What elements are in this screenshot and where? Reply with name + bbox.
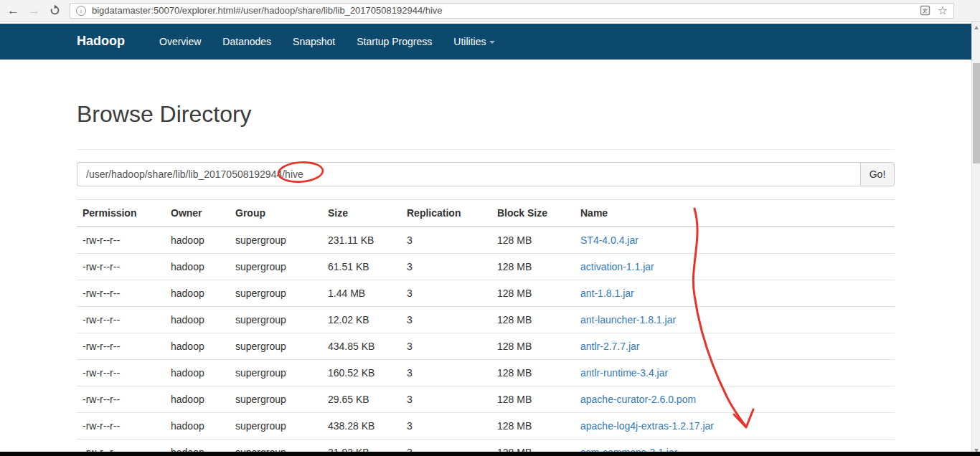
col-header-replication: Replication [401,200,491,227]
cell-group: supergroup [230,333,322,360]
cell-size: 231.11 KB [322,227,401,254]
brand-hadoop[interactable]: Hadoop [77,34,125,49]
file-link[interactable]: antlr-runtime-3.4.jar [580,367,668,379]
cell-block_size: 128 MB [491,307,575,333]
nav-item-snapshot[interactable]: Snapshot [282,25,346,58]
table-row: -rw-r--r--hadoopsupergroup438.28 KB3128 … [77,413,895,440]
browser-chrome: ← → i bigdatamaster:50070/explorer.html#… [0,0,980,22]
nav-item-startup-progress[interactable]: Startup Progress [346,25,443,58]
cell-name: apache-log4j-extras-1.2.17.jar [575,413,895,440]
info-icon[interactable]: i [76,6,86,16]
cell-owner: hadoop [165,227,230,254]
go-button[interactable]: Go! [860,162,895,186]
translate-icon[interactable] [920,5,930,16]
cell-block_size: 128 MB [491,360,575,386]
explorer-page: Browse Directory Go! Permission Owner Gr… [0,60,971,456]
cell-replication: 3 [401,227,491,254]
cell-size: 434.85 KB [322,333,401,360]
cell-permission: -rw-r--r-- [77,413,165,440]
cell-replication: 3 [401,360,491,386]
cell-block_size: 128 MB [491,333,575,360]
nav-item-utilities[interactable]: Utilities [443,25,506,58]
page-header: Browse Directory [77,101,895,150]
cell-block_size: 128 MB [491,254,575,280]
cell-owner: hadoop [165,280,230,307]
cell-group: supergroup [230,254,322,280]
cell-name: activation-1.1.jar [575,254,895,280]
table-row: -rw-r--r--hadoopsupergroup1.44 MB3128 MB… [77,280,895,307]
cell-permission: -rw-r--r-- [77,227,165,254]
url-text: bigdatamaster:50070/explorer.html#/user/… [92,5,914,16]
col-header-owner: Owner [165,200,230,227]
cell-name: ant-launcher-1.8.1.jar [575,307,895,333]
cell-group: supergroup [230,307,322,333]
cell-replication: 3 [401,333,491,360]
file-link[interactable]: apache-log4j-extras-1.2.17.jar [580,420,714,432]
cell-owner: hadoop [165,360,230,386]
file-link[interactable]: activation-1.1.jar [580,261,654,272]
cell-group: supergroup [230,227,322,254]
cell-permission: -rw-r--r-- [77,254,165,280]
col-header-name: Name [575,200,895,227]
cell-name: ant-1.8.1.jar [575,280,895,307]
cell-permission: -rw-r--r-- [77,386,165,413]
cell-replication: 3 [401,386,491,413]
cell-size: 29.65 KB [322,386,401,413]
table-row: -rw-r--r--hadoopsupergroup434.85 KB3128 … [77,333,895,360]
address-bar[interactable]: i bigdatamaster:50070/explorer.html#/use… [70,3,954,19]
forward-icon[interactable]: → [28,4,40,16]
cell-permission: -rw-r--r-- [77,333,165,360]
table-row: -rw-r--r--hadoopsupergroup160.52 KB3128 … [77,360,895,386]
nav-item-overview[interactable]: Overview [149,25,212,58]
browser-nav-buttons: ← → [0,4,70,16]
cell-size: 61.51 KB [322,254,401,280]
chevron-down-icon [489,41,495,44]
directory-path-input[interactable] [77,162,860,186]
navbar-links: Overview Datanodes Snapshot Startup Prog… [149,24,506,59]
nav-item-datanodes[interactable]: Datanodes [212,25,282,58]
bookmark-star-icon[interactable]: ☆ [938,5,948,16]
cell-block_size: 128 MB [491,386,575,413]
cell-owner: hadoop [165,333,230,360]
file-link[interactable]: apache-curator-2.6.0.pom [580,394,696,405]
reload-icon[interactable] [49,4,61,16]
cell-replication: 3 [401,254,491,280]
vertical-scrollbar[interactable] [971,22,980,456]
table-header-row: Permission Owner Group Size Replication … [77,200,895,227]
file-listing-table: Permission Owner Group Size Replication … [77,199,895,456]
col-header-group: Group [230,200,322,227]
cell-replication: 3 [401,413,491,440]
cell-size: 160.52 KB [322,360,401,386]
cell-name: antlr-runtime-3.4.jar [575,360,895,386]
cell-replication: 3 [401,307,491,333]
cell-block_size: 128 MB [491,227,575,254]
table-row: -rw-r--r--hadoopsupergroup231.11 KB3128 … [77,227,895,254]
page-title: Browse Directory [77,101,895,128]
file-table-body: -rw-r--r--hadoopsupergroup231.11 KB3128 … [77,227,895,456]
cell-permission: -rw-r--r-- [77,360,165,386]
cell-name: ST4-4.0.4.jar [575,227,895,254]
cell-name: apache-curator-2.6.0.pom [575,386,895,413]
back-icon[interactable]: ← [7,4,19,16]
col-header-permission: Permission [77,200,165,227]
cell-owner: hadoop [165,307,230,333]
table-row: -rw-r--r--hadoopsupergroup29.65 KB3128 M… [77,386,895,413]
cell-owner: hadoop [165,254,230,280]
cell-permission: -rw-r--r-- [77,280,165,307]
cell-block_size: 128 MB [491,280,575,307]
path-form: Go! [77,162,895,186]
file-link[interactable]: ST4-4.0.4.jar [580,234,639,246]
cell-size: 1.44 MB [322,280,401,307]
file-link[interactable]: ant-1.8.1.jar [580,288,634,299]
file-link[interactable]: antlr-2.7.7.jar [580,341,639,352]
cell-replication: 3 [401,280,491,307]
cell-owner: hadoop [165,413,230,440]
scrollbar-up-icon[interactable] [972,22,980,32]
scrollbar-thumb[interactable] [973,63,980,163]
cell-block_size: 128 MB [491,413,575,440]
cell-owner: hadoop [165,386,230,413]
cell-group: supergroup [230,386,322,413]
file-link[interactable]: ant-launcher-1.8.1.jar [580,314,676,326]
cell-group: supergroup [230,280,322,307]
screen-bottom-edge [0,452,980,456]
